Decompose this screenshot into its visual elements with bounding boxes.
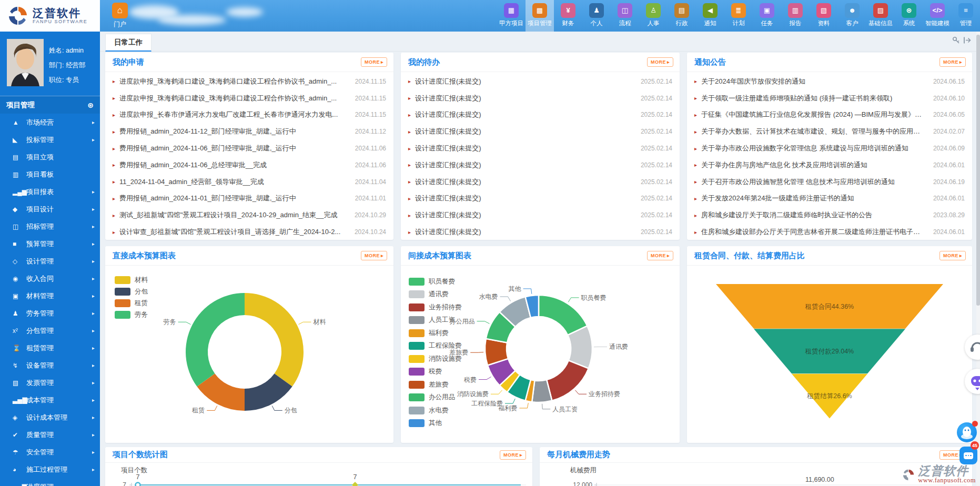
legend-item[interactable]: 职员餐费 xyxy=(409,275,462,288)
more-button[interactable]: MORE xyxy=(361,57,387,67)
list-item[interactable]: ▸关于2024年国庆节放假安排的通知2024.06.15 xyxy=(694,73,965,90)
legend-item[interactable]: 业务招待费 xyxy=(409,301,462,314)
list-item[interactable]: ▸房和城乡建设厅关于取消二级建造师临时执业证书的公告2023.08.29 xyxy=(694,207,965,224)
nav-item-16[interactable]: </>智能建模 xyxy=(923,0,952,32)
qq-service-icon[interactable] xyxy=(957,422,977,442)
nav-item-14[interactable]: ▨基础信息 xyxy=(866,0,895,32)
list-item[interactable]: ▸于征集《中国建筑施工行业信息化发展报告 (2024) —BIM应用与发展》材料… xyxy=(694,107,965,124)
list-item[interactable]: ▸11_2024-11-04_admin_经营部_领导审批__完成2024.11… xyxy=(113,174,386,190)
sidebar-item-4[interactable]: ▥项目看板 xyxy=(0,166,100,183)
legend-item[interactable]: 办公用品 xyxy=(409,391,462,404)
sidebar-item-16[interactable]: ▧发票管理▸ xyxy=(0,374,100,391)
list-item[interactable]: ▸关于举办住房与房地产信息化 技术及应用培训班的通知2024.06.01 xyxy=(694,157,965,174)
sidebar-item-5[interactable]: ▂▄▆项目报表▸ xyxy=(0,183,100,200)
sidebar-item-1[interactable]: ▲市场经营▸ xyxy=(0,114,100,131)
gear-icon[interactable]: ⊛ xyxy=(87,101,94,109)
nav-item-3[interactable]: ¥财务 xyxy=(554,0,582,32)
list-item[interactable]: ▸测试_彭祖新城"四馆"景观工程设计项目_2024-10-29_admin_结束… xyxy=(113,207,386,224)
key-icon[interactable] xyxy=(952,36,960,44)
nav-item-7[interactable]: ▤行政 xyxy=(668,0,696,32)
nav-item-1[interactable]: ▦甲方项目 xyxy=(497,0,526,32)
sidebar-item-9[interactable]: ◇设计管理▸ xyxy=(0,252,100,270)
more-button[interactable]: MORE xyxy=(361,251,387,260)
sidebar-item-14[interactable]: ⌛租赁管理▸ xyxy=(0,339,100,357)
list-item[interactable]: ▸设计进度汇报(未提交)2025.02.14 xyxy=(408,207,672,224)
legend-item[interactable]: 劳务 xyxy=(115,309,148,320)
donut-slice-业务招待费[interactable] xyxy=(547,360,589,400)
sidebar-item-6[interactable]: ◆项目设计▸ xyxy=(0,200,100,218)
list-item[interactable]: ▸关于举办市政公用设施数字化管理信息 系统建设与应用培训班的通知2024.06.… xyxy=(694,140,965,157)
sidebar-item-20[interactable]: ☂安全管理▸ xyxy=(0,443,100,461)
list-item[interactable]: ▸设计审查_彭祖新城"四馆"景观工程设计项目_请选择_胡广生_2024-10-2… xyxy=(113,224,386,240)
more-button[interactable]: MORE xyxy=(939,57,966,67)
nav-item-2[interactable]: ▩项目管理 xyxy=(526,0,554,32)
list-item[interactable]: ▸关于召开市政公用设施智慧化管理 信息技术与应用培训班的通知2024.06.19 xyxy=(694,174,965,190)
nav-item-15[interactable]: ⊛系统 xyxy=(895,0,923,32)
legend-item[interactable]: 材料 xyxy=(115,274,148,286)
nav-item-11[interactable]: ▥报告 xyxy=(781,0,810,32)
nav-item-8[interactable]: ◀通知 xyxy=(696,0,724,32)
list-item[interactable]: ▸进度款申报_长春市伊通河水力发电厂改建工程_长春市伊通河水力发电...2024… xyxy=(113,107,386,124)
list-item[interactable]: ▸住房和城乡建设部办公厅关于同意吉林省开展二级建造师注册证书电子化试点...20… xyxy=(694,224,965,240)
nav-item-13[interactable]: ☻客户 xyxy=(838,0,866,32)
list-item[interactable]: ▸设计进度汇报(未提交)2025.02.14 xyxy=(408,174,672,190)
scrollbar-thumb[interactable] xyxy=(976,35,980,306)
more-button[interactable]: MORE xyxy=(939,251,966,260)
list-item[interactable]: ▸设计进度汇报(未提交)2025.02.14 xyxy=(408,157,672,174)
sidebar-item-21[interactable]: ◕施工过程管理▸ xyxy=(0,461,100,478)
list-item[interactable]: ▸设计进度汇报(未提交)2025.02.14 xyxy=(408,123,672,140)
robot-chat-icon[interactable] xyxy=(965,369,980,394)
list-item[interactable]: ▸费用报销_admin_2024-11-06_总经理审批__完成2024.11.… xyxy=(113,157,386,174)
nav-item-6[interactable]: ♙人事 xyxy=(639,0,668,32)
sidebar-item-18[interactable]: ◈设计成本管理▸ xyxy=(0,409,100,426)
more-button[interactable]: MORE xyxy=(647,251,673,260)
list-item[interactable]: ▸费用报销_admin_2024-11-06_部门经理审批_胡建,_运行中202… xyxy=(113,140,386,157)
nav-item-10[interactable]: ▣任务 xyxy=(753,0,781,32)
list-item[interactable]: ▸关于举办大数据、云计算技术在城市建设、规划、管理与服务中的应用培训班...20… xyxy=(694,123,965,140)
legend-item[interactable]: 其他 xyxy=(409,417,462,430)
sidebar-item-22[interactable]: ▁▄▇进度管理▸ xyxy=(0,478,100,486)
headset-icon[interactable] xyxy=(965,335,980,360)
sidebar-item-17[interactable]: ▃▅▇成本管理▸ xyxy=(0,391,100,409)
tab-daily-work[interactable]: 日常工作 xyxy=(105,34,151,52)
legend-item[interactable]: 工程保险费 xyxy=(409,340,462,353)
sidebar-item-3[interactable]: ▤项目立项 xyxy=(0,148,100,166)
list-item[interactable]: ▸设计进度汇报(未提交)2025.02.14 xyxy=(408,107,672,124)
legend-item[interactable]: 福利费 xyxy=(409,327,462,340)
legend-item[interactable]: 人员工资 xyxy=(409,314,462,327)
list-item[interactable]: ▸费用报销_admin_2024-11-12_部门经理审批_胡建,_运行中202… xyxy=(113,123,386,140)
list-item[interactable]: ▸设计进度汇报(未提交)2025.02.14 xyxy=(408,190,672,207)
sidebar-item-10[interactable]: ◉收入合同▸ xyxy=(0,270,100,287)
legend-item[interactable]: 水电费 xyxy=(409,404,462,417)
list-item[interactable]: ▸关于发放2024年第24批一级建造师注册证书的通知2024.06.01 xyxy=(694,190,965,207)
nav-item-5[interactable]: ◫流程 xyxy=(611,0,639,32)
nav-item-17[interactable]: ≡管理 xyxy=(952,0,980,32)
list-item[interactable]: ▸设计进度汇报(未提交)2025.02.14 xyxy=(408,140,672,157)
list-item[interactable]: ▸设计进度汇报(未提交)2025.02.14 xyxy=(408,73,672,90)
legend-item[interactable]: 消防设施费 xyxy=(409,352,462,366)
nav-item-9[interactable]: ≣计划 xyxy=(724,0,753,32)
legend-item[interactable]: 差旅费 xyxy=(409,378,462,391)
sidebar-item-2[interactable]: ◣投标管理▸ xyxy=(0,131,100,148)
nav-item-12[interactable]: ▧资料 xyxy=(810,0,838,32)
donut-slice-劳务[interactable] xyxy=(186,293,245,387)
sidebar-item-15[interactable]: ↯设备管理▸ xyxy=(0,357,100,374)
nav-item-portal[interactable]: ⌂ 门户 xyxy=(106,3,134,29)
list-item[interactable]: ▸进度款申报_珠海鹤港口建设_珠海鹤港口建设工程合作协议书_admin_...2… xyxy=(113,73,386,90)
more-button[interactable]: MORE xyxy=(647,57,673,67)
list-item[interactable]: ▸关于领取一级注册建造师增项贴的通知 (须持一建证书前来领取)2024.06.1… xyxy=(694,90,965,107)
legend-item[interactable]: 税费 xyxy=(409,366,462,379)
sidebar-item-19[interactable]: ✔质量管理▸ xyxy=(0,426,100,443)
list-item[interactable]: ▸设计进度汇报(未提交)2025.02.14 xyxy=(408,90,672,107)
list-item[interactable]: ▸费用报销_admin_2024-11-01_部门经理审批_胡建,_运行中202… xyxy=(113,190,386,207)
sidebar-item-11[interactable]: ▣材料管理▸ xyxy=(0,287,100,305)
nav-item-4[interactable]: ♟个人 xyxy=(582,0,611,32)
list-item[interactable]: ▸进度款申报_珠海鹤港口建设_珠海鹤港口建设工程合作协议书_admin_...2… xyxy=(113,90,386,107)
sidebar-item-7[interactable]: ◫招标管理▸ xyxy=(0,218,100,235)
sidebar-item-13[interactable]: x²分包管理▸ xyxy=(0,322,100,339)
more-button[interactable]: MORE xyxy=(500,450,526,460)
sidebar-item-8[interactable]: ■预算管理▸ xyxy=(0,235,100,252)
legend-item[interactable]: 租赁 xyxy=(115,297,148,309)
donut-slice-材料[interactable] xyxy=(245,293,304,387)
legend-item[interactable]: 分包 xyxy=(115,286,148,297)
